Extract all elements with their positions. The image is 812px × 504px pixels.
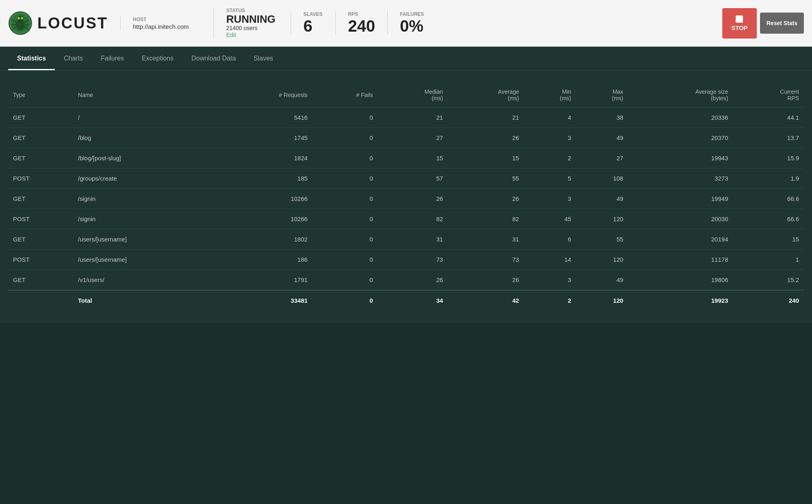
table-row: GET/blog/[post-slug]1824015152271994315.… (8, 148, 804, 168)
table-body: GET/5416021214382033644.1GET/blog1745027… (8, 108, 804, 291)
total-max: 120 (576, 290, 628, 310)
rps-value: 240 (348, 17, 375, 35)
locust-logo-icon (8, 11, 32, 35)
col-type: Type (8, 83, 73, 108)
stop-icon (736, 15, 743, 23)
col-avg-size: Average size(bytes) (628, 83, 733, 108)
host-value: http://api.initech.com (133, 23, 201, 30)
status-section: STATUS RUNNING 21400 users Edit (214, 8, 279, 39)
col-fails: # Fails (313, 83, 378, 108)
header: LOCUST HOST http://api.initech.com STATU… (0, 0, 812, 47)
host-section: HOST http://api.initech.com (120, 17, 201, 30)
nav-tabs: Statistics Charts Failures Exceptions Do… (0, 47, 812, 71)
status-label: STATUS (226, 8, 279, 13)
header-buttons: STOP Reset Stats (722, 8, 804, 39)
statistics-table: Type Name # Requests # Fails Median(ms) … (8, 83, 804, 310)
failures-section: FAILURES 0% (387, 11, 710, 35)
tab-slaves[interactable]: Slaves (245, 47, 282, 70)
col-current-rps: CurrentRPS (733, 83, 804, 108)
table-row: POST/signin1026608282451202003066.6 (8, 209, 804, 229)
status-running: RUNNING (226, 13, 279, 25)
logo-area: LOCUST (8, 11, 108, 35)
failures-label: FAILURES (400, 11, 710, 17)
total-fails: 0 (313, 290, 378, 310)
table-row: POST/users/[username]1860737314120111781 (8, 250, 804, 270)
tab-statistics[interactable]: Statistics (8, 47, 55, 70)
table-header-row: Type Name # Requests # Fails Median(ms) … (8, 83, 804, 108)
col-name: Name (73, 83, 218, 108)
col-min: Min(ms) (524, 83, 576, 108)
slaves-label: SLAVES (303, 11, 323, 17)
status-edit-link[interactable]: Edit (226, 32, 236, 38)
reset-stats-button[interactable]: Reset Stats (760, 13, 804, 34)
host-label: HOST (133, 17, 201, 22)
total-min: 2 (524, 290, 576, 310)
total-rps: 240 (733, 290, 804, 310)
slaves-value: 6 (303, 17, 323, 35)
total-avg-size: 19923 (628, 290, 733, 310)
total-average: 42 (448, 290, 524, 310)
table-row: GET/v1/users/1791026263491980615.2 (8, 270, 804, 291)
svg-point-10 (17, 17, 20, 19)
table-row: GET/users/[username]1802031316552019415 (8, 229, 804, 250)
slaves-section: SLAVES 6 (291, 11, 323, 35)
table-total-row: Total 33481 0 34 42 2 120 19923 240 (8, 290, 804, 310)
col-median: Median(ms) (378, 83, 448, 108)
failures-value: 0% (400, 17, 710, 35)
tab-download-data[interactable]: Download Data (182, 47, 244, 70)
rps-section: RPS 240 (335, 11, 375, 35)
col-requests: # Requests (218, 83, 313, 108)
total-requests: 33481 (218, 290, 313, 310)
svg-point-11 (21, 17, 23, 19)
col-average: Average(ms) (448, 83, 524, 108)
logo-text: LOCUST (37, 15, 108, 32)
stop-label: STOP (731, 24, 748, 31)
rps-label: RPS (348, 11, 375, 17)
total-label: Total (73, 290, 218, 310)
table-row: GET/blog1745027263492037013.7 (8, 128, 804, 148)
tab-exceptions[interactable]: Exceptions (133, 47, 182, 70)
status-users: 21400 users (226, 25, 279, 31)
total-type (8, 290, 73, 310)
stop-button[interactable]: STOP (722, 8, 757, 39)
total-median: 34 (378, 290, 448, 310)
tab-charts[interactable]: Charts (55, 47, 92, 70)
table-row: GET/5416021214382033644.1 (8, 108, 804, 128)
table-row: GET/signin10266026263491994966.6 (8, 189, 804, 209)
col-max: Max(ms) (576, 83, 628, 108)
tab-failures[interactable]: Failures (92, 47, 133, 70)
table-row: POST/groups/create18505755510832731.9 (8, 168, 804, 189)
main-content: Type Name # Requests # Fails Median(ms) … (0, 71, 812, 323)
